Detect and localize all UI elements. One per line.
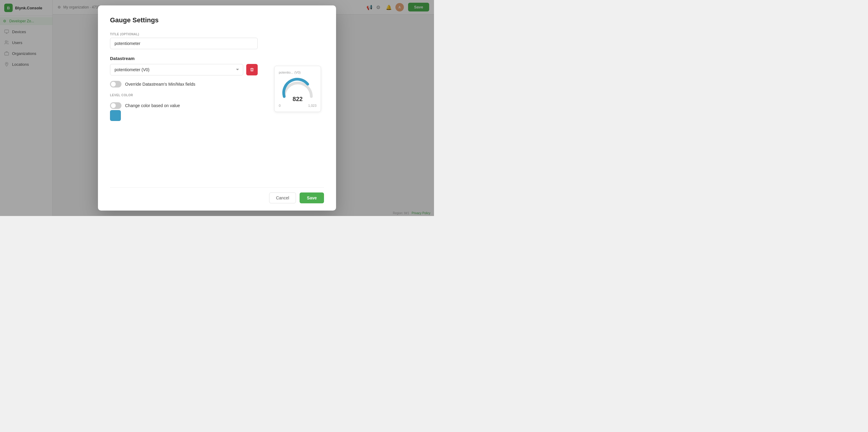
gauge-range: 0 1,023 (279, 104, 316, 107)
datastream-row: potentiometer (V0) (110, 64, 258, 76)
modal-title: Gauge Settings (110, 16, 324, 24)
gauge-max: 1,023 (308, 104, 316, 107)
gauge-value: 822 (293, 96, 303, 103)
gauge-svg (281, 77, 314, 98)
override-label: Override Datastream's Min/Max fields (125, 82, 195, 87)
delete-datastream-button[interactable] (246, 64, 258, 76)
gauge-settings-modal: Gauge Settings TITLE (OPTIONAL) Datastre… (98, 5, 336, 210)
title-label: TITLE (OPTIONAL) (110, 33, 324, 36)
modal-footer: Cancel Save (110, 188, 324, 203)
cancel-button[interactable]: Cancel (269, 193, 296, 203)
gauge-preview-tag: (V0) (294, 70, 301, 74)
trash-icon (250, 67, 254, 72)
gauge-preview-title: potentio... (V0) (279, 70, 316, 75)
save-button[interactable]: Save (300, 193, 324, 203)
title-input[interactable] (110, 38, 258, 49)
color-swatch[interactable] (110, 110, 121, 121)
gauge-preview-card: potentio... (V0) 822 0 1,023 (274, 66, 321, 112)
change-color-toggle-slider (110, 102, 121, 109)
change-color-toggle[interactable] (110, 102, 121, 109)
datastream-select[interactable]: potentiometer (V0) (110, 64, 243, 76)
modal-overlay: Gauge Settings TITLE (OPTIONAL) Datastre… (0, 0, 434, 216)
override-toggle-slider (110, 81, 121, 87)
datastream-section-title: Datastream (110, 56, 324, 61)
override-toggle[interactable] (110, 81, 121, 87)
gauge-svg-wrap: 822 0 1,023 (279, 77, 316, 107)
gauge-min: 0 (279, 104, 281, 107)
change-color-label: Change color based on value (125, 103, 180, 108)
